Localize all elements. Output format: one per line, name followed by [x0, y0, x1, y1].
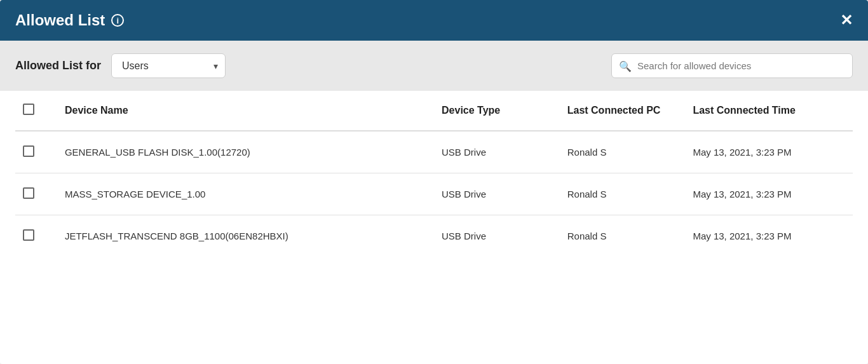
table-row: JETFLASH_TRANSCEND 8GB_1100(06EN82HBXI) …: [15, 215, 853, 257]
col-header-last-time: Last Connected Time: [685, 91, 853, 131]
devices-table: Device Name Device Type Last Connected P…: [15, 91, 853, 257]
filter-label: Allowed List for: [15, 59, 101, 72]
row-checkbox-2[interactable]: [23, 229, 34, 241]
row-last-pc: Ronald S: [560, 131, 686, 173]
close-button[interactable]: ✕: [840, 13, 853, 28]
table-row: MASS_STORAGE DEVICE_1.00 USB Drive Ronal…: [15, 173, 853, 215]
info-icon[interactable]: i: [111, 14, 124, 27]
table-body: GENERAL_USB FLASH DISK_1.00(12720) USB D…: [15, 131, 853, 257]
search-wrapper: 🔍: [611, 53, 853, 78]
search-icon: 🔍: [619, 60, 632, 72]
row-device-name: JETFLASH_TRANSCEND 8GB_1100(06EN82HBXI): [57, 215, 434, 257]
users-dropdown[interactable]: Users Groups Endpoints: [111, 53, 226, 78]
search-input[interactable]: [611, 53, 853, 78]
row-last-pc: Ronald S: [560, 215, 686, 257]
row-checkbox-0[interactable]: [23, 145, 34, 157]
col-header-device-name: Device Name: [57, 91, 434, 131]
select-all-checkbox[interactable]: [23, 104, 34, 115]
row-last-time: May 13, 2021, 3:23 PM: [685, 215, 853, 257]
allowed-list-modal: Allowed List i ✕ Allowed List for Users …: [0, 0, 868, 364]
col-header-checkbox: [15, 91, 57, 131]
modal-header: Allowed List i ✕: [0, 0, 868, 41]
row-checkbox-cell: [15, 131, 57, 173]
row-device-name: MASS_STORAGE DEVICE_1.00: [57, 173, 434, 215]
filter-bar: Allowed List for Users Groups Endpoints …: [0, 41, 868, 91]
row-device-type: USB Drive: [434, 173, 560, 215]
row-device-type: USB Drive: [434, 215, 560, 257]
table-row: GENERAL_USB FLASH DISK_1.00(12720) USB D…: [15, 131, 853, 173]
filter-left: Allowed List for Users Groups Endpoints …: [15, 53, 226, 78]
row-checkbox-cell: [15, 215, 57, 257]
col-header-device-type: Device Type: [434, 91, 560, 131]
table-header-row: Device Name Device Type Last Connected P…: [15, 91, 853, 131]
row-last-time: May 13, 2021, 3:23 PM: [685, 173, 853, 215]
table-container: Device Name Device Type Last Connected P…: [0, 91, 868, 257]
col-header-last-pc: Last Connected PC: [560, 91, 686, 131]
modal-header-left: Allowed List i: [15, 11, 124, 29]
row-checkbox-cell: [15, 173, 57, 215]
row-device-name: GENERAL_USB FLASH DISK_1.00(12720): [57, 131, 434, 173]
filter-select-wrapper: Users Groups Endpoints ▾: [111, 53, 226, 78]
row-last-time: May 13, 2021, 3:23 PM: [685, 131, 853, 173]
row-device-type: USB Drive: [434, 131, 560, 173]
row-last-pc: Ronald S: [560, 173, 686, 215]
table-header: Device Name Device Type Last Connected P…: [15, 91, 853, 131]
modal-title: Allowed List: [15, 11, 105, 29]
row-checkbox-1[interactable]: [23, 187, 34, 199]
